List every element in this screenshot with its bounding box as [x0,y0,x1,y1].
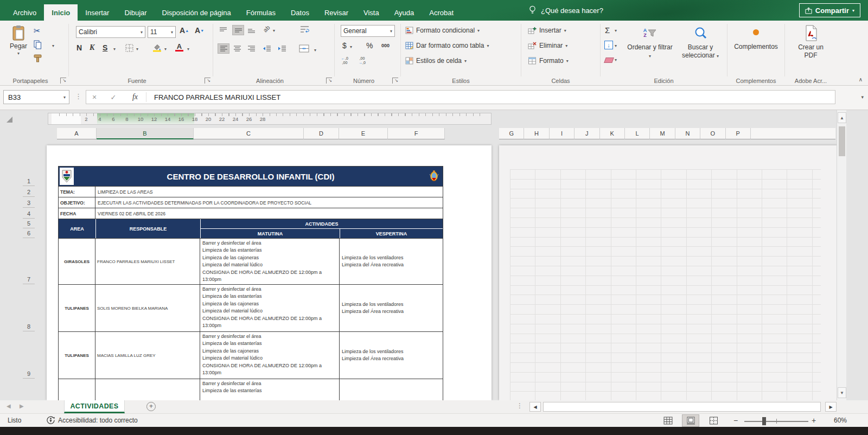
decrease-font-button[interactable]: A▼ [195,26,204,35]
column-header-e[interactable]: E [339,128,388,139]
chevron-down-icon[interactable]: ▾ [136,47,138,52]
formula-input[interactable]: FRANCO PARRALES MARIUXI LISSET [154,93,280,101]
tab-disposici-n-de-p-gina[interactable]: Disposición de página [155,4,239,21]
column-header-i[interactable]: I [550,128,575,139]
copy-button[interactable] [34,40,42,49]
enter-icon[interactable]: ✓ [103,93,124,101]
cell-vespertina[interactable]: Limpieza de los ventiladoresLimpieza del… [340,332,443,379]
header-area[interactable]: AREA [59,219,95,238]
decrease-decimal-button[interactable]: ,00 →,0 [359,56,366,65]
row-header-7[interactable]: 7 [14,276,30,283]
row-header-3[interactable]: 3 [14,200,30,206]
vertical-scroll-thumb[interactable] [839,126,845,156]
column-header-a[interactable]: A [57,128,97,139]
bold-button[interactable]: N [76,43,82,52]
header-matutina[interactable]: MATUTINA [201,229,340,238]
increase-decimal-button[interactable]: ←,0 ,00 [341,56,348,65]
header-responsable[interactable]: RESPONSABLE [96,219,200,238]
align-middle-button[interactable] [233,25,244,35]
cell-area[interactable]: TULIPANES [59,332,95,379]
info-label[interactable]: FECHA [59,208,95,219]
horizontal-scroll-thumb[interactable] [543,402,821,412]
dialog-launcher-icon[interactable]: ↘ [326,78,332,84]
sheet-nav-next-icon[interactable]: ▶ [20,403,24,409]
underline-button[interactable]: S [103,43,107,52]
align-bottom-button[interactable] [247,27,256,34]
tab-inicio[interactable]: Inicio [44,4,78,21]
cell-area[interactable]: GIRASOLES [59,239,95,284]
format-cells-button[interactable]: Formato▾ [528,57,569,65]
tab-revisar[interactable]: Revisar [317,4,356,21]
row-header-6[interactable]: 6 [14,230,30,236]
addins-button[interactable]: Complementos [727,26,784,51]
normal-view-button[interactable] [660,415,676,426]
row-header-2[interactable]: 2 [14,189,30,195]
info-value[interactable]: LIMPIEZA DE LAS AREAS [95,187,443,197]
align-left-button[interactable] [218,44,229,53]
format-painter-button[interactable] [34,54,42,62]
wrap-text-button[interactable] [300,25,309,34]
font-color-button[interactable]: A [175,43,183,52]
chevron-down-icon[interactable]: ▾ [350,44,352,49]
font-family-select[interactable]: Calibri▾ [76,26,145,38]
chevron-down-icon[interactable]: ▾ [113,47,116,52]
row-header-8[interactable]: 8 [14,323,30,330]
cut-button[interactable]: ✂ [34,26,41,36]
currency-format-button[interactable]: $ [342,41,347,50]
cell-responsable[interactable]: MACIAS LAMILLA LUZ GREY [95,332,200,379]
page-break-view-button[interactable] [705,415,722,426]
align-center-button[interactable] [233,45,241,52]
chevron-down-icon[interactable]: ▾ [52,43,54,48]
header-actividades[interactable]: ACTIVIDADES [201,219,443,228]
accessibility-status[interactable]: Accesibilidad: todo correcto [47,416,138,424]
chevron-down-icon[interactable]: ▾ [273,28,275,33]
column-header-m[interactable]: M [650,128,675,139]
column-header-l[interactable]: L [625,128,650,139]
info-label[interactable]: OBJETIVO: [59,197,95,208]
zoom-out-icon[interactable]: − [733,416,738,425]
cell-vespertina[interactable]: Limpieza de los ventiladoresLimpieza del… [340,285,443,331]
column-header-j[interactable]: J [575,128,599,139]
insert-cells-button[interactable]: Insertar▾ [528,27,566,34]
page-2[interactable] [499,145,839,400]
column-header-k[interactable]: K [600,128,625,139]
column-header-n[interactable]: N [675,128,700,139]
fill-button[interactable]: ↓ [604,41,613,49]
vertical-scrollbar[interactable]: ▲ ▼ [837,110,846,400]
header-vespertina[interactable]: VESPERTINA [340,229,443,238]
zoom-slider-thumb[interactable] [762,417,766,425]
font-size-select[interactable]: 11▾ [148,26,176,38]
decrease-indent-button[interactable] [263,45,271,52]
chevron-down-icon[interactable]: ▾ [164,47,167,52]
row-header-4[interactable]: 4 [14,210,30,217]
cell-matutina[interactable]: Barrer y desinfectar el áreaLimpieza de … [200,379,340,400]
cell-matutina[interactable]: Barrer y desinfectar el áreaLimpieza de … [200,332,340,379]
comma-format-button[interactable]: 000 [381,43,390,48]
tell-me-box[interactable]: ¿Qué desea hacer? [529,0,603,21]
chevron-down-icon[interactable]: ▾ [615,57,617,62]
fill-color-button[interactable] [152,43,162,52]
row-header-5[interactable]: 5 [14,220,30,227]
insert-function-icon[interactable]: fx [124,93,146,101]
drag-handle-icon[interactable]: ⋮ [75,92,82,100]
column-header-o[interactable]: O [700,128,725,139]
tab-archivo[interactable]: Archivo [5,4,44,21]
chevron-down-icon[interactable]: ▾ [314,48,316,53]
page-layout-view-button[interactable] [682,415,699,426]
format-as-table-button[interactable]: Dar formato como tabla▾ [405,42,489,49]
column-header-f[interactable]: F [388,128,445,139]
merge-center-button[interactable] [299,44,309,53]
cell-styles-button[interactable]: Estilos de celda▾ [405,57,467,65]
column-header-d[interactable]: D [304,128,339,139]
cell-responsable[interactable]: FRANCO PARRALES MARIUXI LISSET [95,239,200,284]
sort-filter-button[interactable]: AZ Ordenar y filtrar ▾ [627,25,673,60]
info-value[interactable]: VIERNES 02 DE ABRIL DE 2026 [95,208,443,219]
delete-cells-button[interactable]: Eliminar▾ [528,42,567,49]
cell-responsable[interactable] [95,379,200,400]
cell-vespertina[interactable]: Limpieza de los ventiladoresLimpieza del… [340,239,443,284]
cell-area[interactable] [59,379,95,400]
dialog-launcher-icon[interactable]: ↘ [392,78,398,84]
name-box[interactable]: B33 ▾ [3,90,69,104]
cell-matutina[interactable]: Barrer y desinfectar el áreaLimpieza de … [200,239,340,284]
dialog-launcher-icon[interactable]: ↘ [60,78,66,84]
